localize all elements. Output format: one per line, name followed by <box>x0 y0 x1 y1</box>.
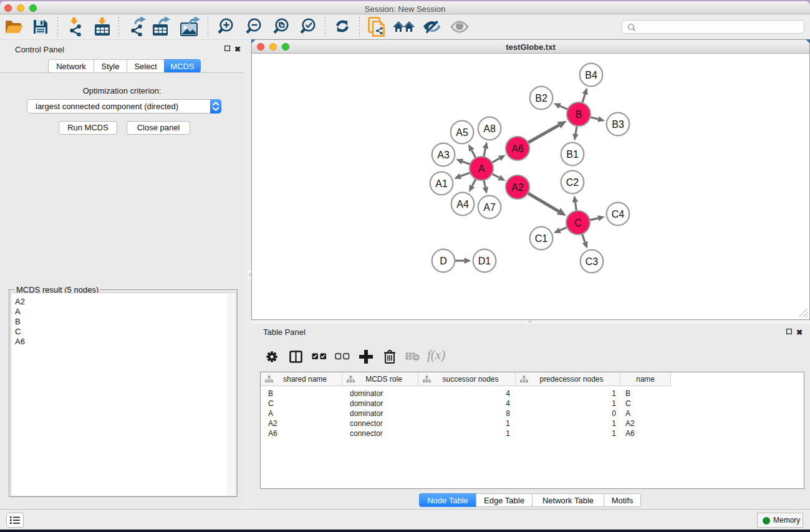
svg-text:B3: B3 <box>612 119 624 130</box>
svg-text:B1: B1 <box>566 149 579 160</box>
svg-text:A8: A8 <box>483 123 496 134</box>
svg-text:A3: A3 <box>437 150 450 160</box>
svg-text:C: C <box>574 218 582 228</box>
svg-text:C4: C4 <box>612 209 625 220</box>
svg-text:D: D <box>440 256 447 266</box>
svg-text:B4: B4 <box>585 70 597 80</box>
svg-text:A: A <box>478 163 485 174</box>
svg-text:B2: B2 <box>535 93 547 104</box>
svg-text:D1: D1 <box>478 256 491 266</box>
svg-text:C2: C2 <box>566 177 579 188</box>
svg-text:A5: A5 <box>456 127 468 138</box>
svg-text:A4: A4 <box>456 199 469 210</box>
svg-text:B: B <box>576 109 582 120</box>
svg-text:C1: C1 <box>535 233 548 244</box>
svg-text:A2: A2 <box>511 182 524 193</box>
svg-text:A1: A1 <box>435 178 448 189</box>
svg-text:A6: A6 <box>511 143 524 154</box>
svg-text:A7: A7 <box>483 202 496 213</box>
svg-text:C3: C3 <box>586 256 599 267</box>
